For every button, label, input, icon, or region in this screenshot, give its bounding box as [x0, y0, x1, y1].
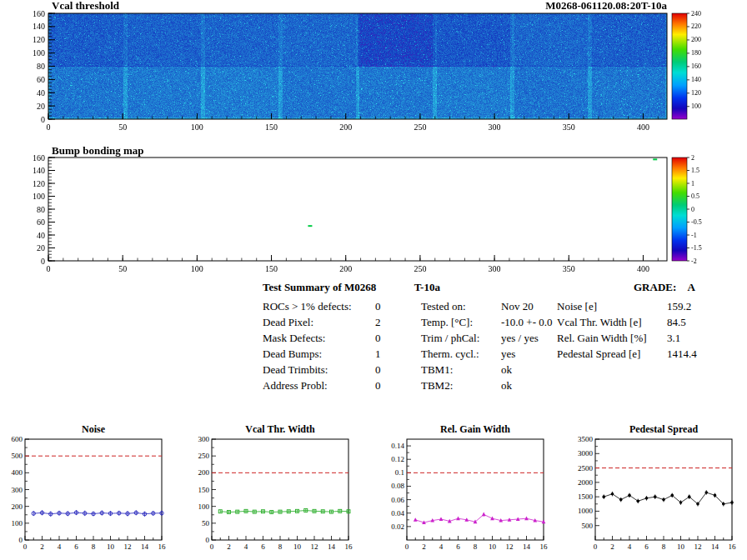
svg-text:14: 14: [523, 542, 531, 551]
summary-row: Rel. Gain Width [%]3.1: [557, 330, 732, 346]
svg-text:50: 50: [118, 122, 127, 132]
svg-text:40: 40: [37, 231, 45, 240]
summary-value: yes / yes: [501, 330, 539, 346]
pedestal_spread-frame: [595, 439, 732, 540]
svg-text:120: 120: [33, 35, 45, 44]
summary-row: Address Probl:0: [263, 378, 421, 393]
svg-text:200: 200: [339, 264, 352, 273]
summary-label: Mask Defects:: [263, 330, 375, 346]
summary-row: Temp. [°C]:-10.0 +- 0.0: [421, 314, 567, 330]
svg-text:8: 8: [662, 542, 666, 551]
bump-bonding-plot: 0501001502002503003504000204060801001201…: [0, 146, 747, 278]
svg-text:12: 12: [311, 542, 318, 551]
svg-text:3000: 3000: [578, 449, 594, 458]
summary-label: Tested on:: [421, 298, 501, 314]
svg-text:300: 300: [489, 122, 501, 132]
defect-summary-column: ROCs > 1% defects:0 Dead Pixel:2 Mask De…: [263, 298, 421, 393]
vcal-threshold-svg: 0501001502002503003504000204060801001201…: [0, 0, 747, 146]
svg-text:500: 500: [582, 522, 594, 530]
svg-text:2: 2: [422, 542, 426, 551]
svg-text:0.02: 0.02: [391, 522, 404, 531]
vcal-thr-width-plot: Vcal Thr. Width0246810121416050100150200…: [187, 421, 374, 560]
svg-text:80: 80: [37, 205, 45, 214]
summary-row: Vcal Thr. Width [e]84.5: [557, 314, 732, 330]
svg-text:2: 2: [40, 542, 44, 551]
summary-value: 2: [375, 314, 381, 330]
summary-value: ok: [501, 362, 512, 378]
svg-text:14: 14: [711, 542, 719, 551]
svg-text:100: 100: [191, 122, 203, 132]
svg-text:100: 100: [12, 519, 23, 528]
svg-text:0.12: 0.12: [391, 455, 404, 463]
rel-gain-width-plot: Rel. Gain Width02468101214160.020.040.06…: [374, 421, 560, 560]
svg-text:6: 6: [456, 542, 460, 551]
summary-title: Test Summary of M0268: [263, 281, 376, 293]
summary-row: Dead Trimbits:0: [263, 362, 421, 378]
noise-series: [32, 510, 163, 517]
svg-text:60: 60: [37, 218, 45, 227]
bump-map-frame: [48, 158, 667, 261]
svg-text:-1.5: -1.5: [691, 244, 702, 252]
rel_gain_width-series: [414, 512, 546, 524]
svg-text:220: 220: [691, 22, 701, 30]
svg-text:120: 120: [691, 89, 701, 97]
svg-text:10: 10: [293, 542, 302, 551]
bump-defect-mark: [653, 158, 657, 160]
svg-text:400: 400: [637, 122, 649, 132]
summary-row: Dead Bumps:1: [263, 346, 421, 362]
svg-text:2: 2: [610, 542, 614, 551]
svg-text:80: 80: [37, 62, 45, 71]
svg-text:0.04: 0.04: [391, 509, 404, 518]
svg-text:8: 8: [278, 542, 283, 551]
summary-row: Tested on:Nov 20: [421, 298, 567, 314]
summary-value: 0: [375, 378, 381, 393]
svg-text:4: 4: [244, 542, 248, 551]
svg-text:300: 300: [12, 486, 23, 494]
svg-text:400: 400: [637, 264, 649, 273]
svg-text:0: 0: [206, 536, 210, 544]
svg-text:20: 20: [37, 243, 45, 252]
svg-text:180: 180: [691, 49, 701, 57]
pedestal_spread-series: [602, 490, 733, 506]
summary-label: TBM2:: [421, 378, 501, 393]
svg-text:-0.5: -0.5: [691, 218, 702, 226]
summary-value: 0: [375, 330, 381, 346]
summary-label: Noise [e]: [557, 298, 667, 314]
grade-label: GRADE:: [634, 281, 676, 293]
svg-text:100: 100: [33, 48, 45, 58]
svg-text:1500: 1500: [578, 492, 594, 501]
svg-text:4: 4: [58, 542, 62, 551]
pedestal_spread-title: Pedestal Spread: [629, 423, 698, 435]
svg-text:150: 150: [265, 122, 278, 132]
grade-value: A: [688, 281, 695, 293]
vcal_thr_width-frame: [212, 439, 348, 540]
svg-text:250: 250: [414, 122, 426, 132]
svg-text:150: 150: [198, 486, 210, 494]
svg-text:6: 6: [644, 542, 649, 551]
svg-text:400: 400: [12, 468, 23, 477]
svg-text:14: 14: [328, 542, 336, 551]
svg-text:8: 8: [474, 542, 478, 551]
svg-text:12: 12: [506, 542, 514, 551]
svg-text:120: 120: [33, 179, 45, 188]
svg-text:100: 100: [191, 264, 203, 273]
summary-value: 84.5: [667, 314, 686, 330]
summary-row: TBM2:ok: [421, 378, 567, 393]
svg-text:40: 40: [37, 88, 45, 98]
summary-label: Vcal Thr. Width [e]: [557, 314, 667, 330]
summary-value: 1: [375, 346, 381, 362]
svg-text:8: 8: [92, 542, 96, 551]
svg-text:0: 0: [691, 206, 694, 213]
svg-text:500: 500: [12, 452, 23, 460]
vcal-map-frame: [48, 13, 667, 119]
summary-label: Address Probl:: [263, 378, 375, 393]
svg-text:10: 10: [489, 542, 497, 551]
conditions-column: Tested on:Nov 20 Temp. [°C]:-10.0 +- 0.0…: [421, 298, 567, 393]
summary-label: ROCs > 1% defects:: [263, 298, 375, 314]
summary-row: TBM1:ok: [421, 362, 567, 378]
svg-text:0: 0: [405, 542, 409, 551]
svg-text:200: 200: [12, 502, 23, 511]
svg-text:100: 100: [198, 502, 210, 511]
svg-text:100: 100: [691, 102, 701, 110]
svg-text:0: 0: [41, 115, 45, 124]
